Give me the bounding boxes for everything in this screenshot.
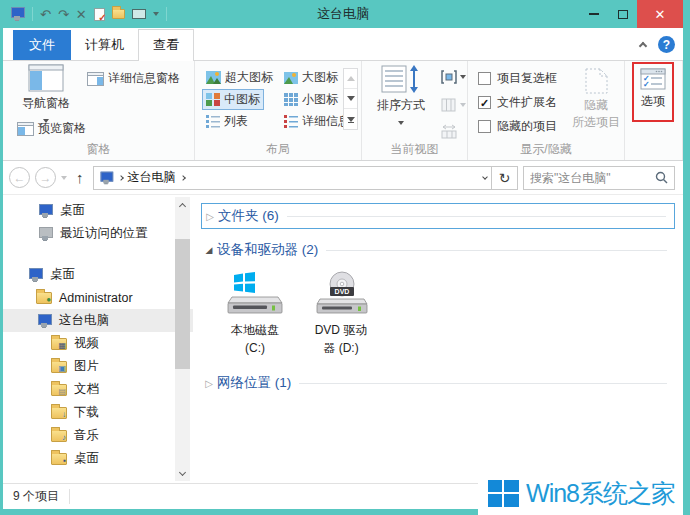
hide-selected-icon <box>583 68 609 94</box>
sidebar-item-label: 桌面 <box>50 266 75 283</box>
layout-scroll-down-button[interactable] <box>344 89 357 109</box>
tab-file[interactable]: 文件 <box>13 30 71 60</box>
sidebar-item-this-pc[interactable]: 这台电脑 <box>3 309 193 332</box>
address-dropdown-icon[interactable] <box>482 174 488 180</box>
sidebar-gap <box>3 245 193 263</box>
scrollbar-thumb[interactable] <box>175 239 190 369</box>
item-checkboxes-checkbox[interactable]: 项目复选框 <box>478 70 557 87</box>
chevron-down-icon <box>179 469 186 476</box>
group-header-devices-drives[interactable]: ◢ 设备和驱动器 (2) <box>201 237 675 263</box>
group-title[interactable]: 文件夹 (6) <box>218 207 279 225</box>
breadcrumb-location[interactable]: 这台电脑 <box>128 169 176 186</box>
sort-by-button[interactable]: 排序方式 <box>368 64 434 128</box>
group-title[interactable]: 设备和驱动器 (2) <box>217 241 318 259</box>
breadcrumb-chevron-icon[interactable] <box>180 175 186 181</box>
delete-icon[interactable]: ✕ <box>76 8 87 21</box>
address-bar[interactable]: 这台电脑 <box>93 166 493 190</box>
hidden-items-checkbox[interactable]: 隐藏的项目 <box>478 118 557 135</box>
recent-locations-dropdown-icon[interactable] <box>61 176 67 180</box>
view-small-icons[interactable]: 小图标 <box>280 89 342 110</box>
sidebar-item-pictures[interactable]: ▣ 图片 <box>3 355 193 378</box>
panes-group-label: 窗格 <box>3 141 194 158</box>
music-folder-icon: ♪ <box>51 430 67 442</box>
up-button[interactable]: ↑ <box>72 169 88 186</box>
help-icon[interactable]: ? <box>658 36 675 53</box>
refresh-button[interactable]: ↻ <box>492 166 518 190</box>
view-medium-icons[interactable]: 中图标 <box>202 89 264 110</box>
collapsed-expander-icon[interactable]: ▷ <box>202 211 218 222</box>
file-extensions-checkbox[interactable]: ✓ 文件扩展名 <box>478 94 557 111</box>
expanded-expander-icon[interactable]: ◢ <box>201 245 217 255</box>
sidebar-item-administrator[interactable]: ● Administrator <box>3 286 193 309</box>
options-button[interactable]: 选项 <box>641 93 665 110</box>
redo-icon[interactable]: ↷ <box>58 8 69 21</box>
sort-by-label: 排序方式 <box>368 97 434 114</box>
maximize-button[interactable] <box>608 0 637 28</box>
view-large-icons[interactable]: 大图标 <box>280 67 342 88</box>
sidebar-item-desktop-folder[interactable]: ▪ 桌面 <box>3 447 193 470</box>
small-icons-label: 小图标 <box>302 91 338 108</box>
group-by-dropdown-icon <box>460 75 466 79</box>
details-pane-button[interactable]: 详细信息窗格 <box>87 70 180 87</box>
ribbon-group-options: ✓ ✓ 选项 <box>625 61 683 160</box>
search-icon[interactable] <box>655 171 668 184</box>
customize-toolbar-dropdown-icon[interactable] <box>153 12 159 16</box>
scrollbar-up-button[interactable] <box>175 197 190 212</box>
sidebar-item-documents[interactable]: ▤ 文档 <box>3 378 193 401</box>
group-title[interactable]: 网络位置 (1) <box>217 374 291 392</box>
add-columns-button[interactable] <box>440 97 466 113</box>
group-by-button[interactable] <box>440 69 466 85</box>
breadcrumb-chevron-icon[interactable] <box>118 175 124 181</box>
navigation-pane-button[interactable]: 导航窗格 <box>15 64 77 126</box>
preview-pane-button[interactable]: 预览窗格 <box>17 120 86 137</box>
large-icons-label: 大图标 <box>302 69 338 86</box>
computer-icon[interactable] <box>9 7 25 21</box>
navigation-pane-label: 导航窗格 <box>15 95 77 112</box>
status-separator <box>69 489 70 504</box>
undo-icon[interactable]: ↶ <box>40 8 51 21</box>
ribbon-group-current-view: 排序方式 当前视图 <box>362 61 468 160</box>
hide-selected-items-button[interactable]: 隐藏 所选项目 <box>570 68 622 131</box>
desktop-icon <box>27 268 43 282</box>
sidebar-item-music[interactable]: ♪ 音乐 <box>3 424 193 447</box>
size-columns-button[interactable] <box>440 123 458 139</box>
hide-selected-label-line1: 隐藏 <box>570 97 622 114</box>
minimize-icon <box>589 13 599 15</box>
minimize-ribbon-icon[interactable] <box>639 42 647 50</box>
close-button[interactable]: ✕ <box>637 0 683 28</box>
medium-icons-icon <box>206 93 220 106</box>
sidebar-scrollbar[interactable] <box>175 197 190 481</box>
check-mark-icon: ✓ <box>98 12 106 23</box>
forward-button[interactable]: → <box>35 167 56 188</box>
sidebar-item-recent-places[interactable]: 最近访问的位置 <box>3 222 193 245</box>
sidebar-item-label: 文档 <box>74 381 99 398</box>
properties-icon[interactable]: ✓ <box>94 8 105 21</box>
options-icon[interactable]: ✓ ✓ <box>640 68 666 90</box>
search-input[interactable] <box>530 171 651 185</box>
view-extra-large-icons[interactable]: 超大图标 <box>202 67 277 88</box>
drive-d-tile[interactable]: DVD DVD 驱动 器 (D:) <box>301 271 381 356</box>
back-button[interactable]: ← <box>9 167 30 188</box>
collapsed-expander-icon[interactable]: ▷ <box>201 378 217 389</box>
drive-label-line1: 本地磁盘 <box>215 322 295 338</box>
group-header-network[interactable]: ▷ 网络位置 (1) <box>201 370 675 396</box>
tab-view[interactable]: 查看 <box>138 29 194 61</box>
view-list[interactable]: 列表 <box>202 111 252 132</box>
sidebar-item-desktop-favorite[interactable]: 桌面 <box>3 199 193 222</box>
drive-c-tile[interactable]: 本地磁盘 (C:) <box>215 271 295 356</box>
tab-computer[interactable]: 计算机 <box>71 30 138 60</box>
scrollbar-down-button[interactable] <box>175 466 190 481</box>
list-view-label: 列表 <box>224 113 248 130</box>
sidebar-item-videos[interactable]: ▦ 视频 <box>3 332 193 355</box>
chevron-up-icon <box>179 202 186 209</box>
rename-icon[interactable] <box>132 9 146 19</box>
layout-more-button[interactable] <box>344 109 357 129</box>
minimize-button[interactable] <box>579 0 608 28</box>
sidebar-item-desktop-root[interactable]: 桌面 <box>3 263 193 286</box>
recent-places-icon <box>37 227 53 241</box>
new-folder-icon[interactable] <box>112 9 125 19</box>
add-columns-dropdown-icon <box>460 103 466 107</box>
layout-scroll-up-button[interactable] <box>344 69 357 89</box>
group-header-folders[interactable]: ▷ 文件夹 (6) <box>201 203 675 229</box>
sidebar-item-downloads[interactable]: ↓ 下载 <box>3 401 193 424</box>
